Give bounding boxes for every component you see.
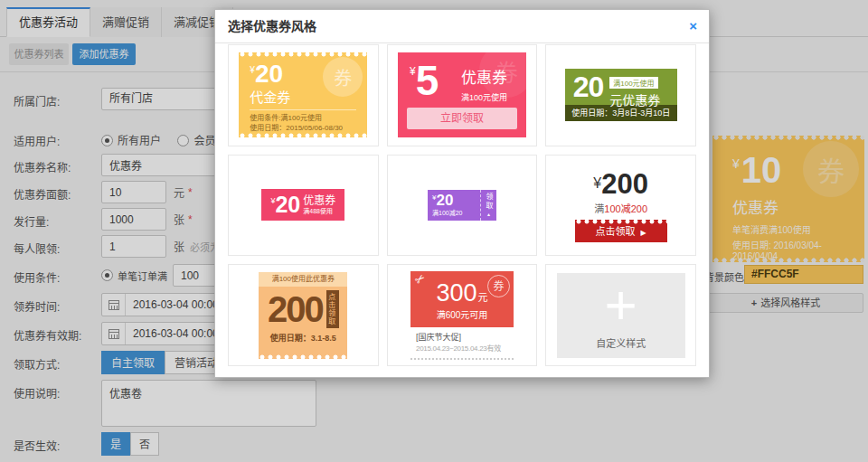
custom-style-card[interactable]: + 自定义样式 [545,264,696,366]
coupon-small-pink: ¥20 优惠券 满488使用 [261,189,344,221]
quan-badge-icon: 券 [487,275,510,297]
coupon-date: 2015.04.23~2015.04.23有效 [416,343,508,353]
claim-label: 点击领取 [596,226,636,237]
coupon-style-modal: 选择优惠券风格 × 券 ¥20 代金券 使用条件:满100元使用 使用日期：20… [214,9,710,378]
style-card-red[interactable]: ✂ 券 300元 满600元可用 [国庆节大促] 2015.04.23~2015… [387,264,538,366]
coupon-purple: ¥20 满100减20 领取 ▲ [428,190,496,221]
click-claim-label: 点击领取 [326,290,339,328]
coupon-amount: 20 [573,69,604,105]
coupon-condition: 满100元使用 [609,77,657,89]
coupon-name: 优惠券 [461,65,507,88]
coupon-condition: 满 [594,203,604,214]
coupon-promo-tag: [国庆节大促] [416,331,508,343]
style-card-yellow[interactable]: 券 ¥20 代金券 使用条件:满100元使用 使用日期：2015/05/06-0… [228,44,379,146]
style-card-small-pink[interactable]: ¥20 优惠券 满488使用 [228,155,379,257]
coupon-amount: 200 [601,168,648,200]
modal-title: 选择优惠券风格 [215,10,709,43]
coupon-condition-value: 100减200 [604,203,647,214]
currency-symbol: ¥ [593,175,601,191]
style-card-green[interactable]: 20 满100元使用 元优惠券 使用日期：3月8日-3月10日 [545,44,696,146]
coupon-condition: 满100使用此优惠券 [259,272,347,287]
perforation [575,220,667,224]
custom-style-label: 自定义样式 [557,335,685,350]
app-screen: 优惠券活动 满赠促销 满减促销 优惠券列表 添加优惠券 所属门店: 所有门店 适… [0,0,868,462]
coupon-red: ✂ 券 300元 满600元可用 [国庆节大促] 2015.04.23~2015… [410,271,514,360]
coupon-amount: 20 [275,192,300,217]
coupon-amount: 200 [268,288,323,331]
coupon-date: 使用日期：3.1-8.5 [259,332,347,344]
perforation [259,354,347,359]
coupon-condition: 满100减20 [432,208,480,217]
close-icon[interactable]: × [689,18,697,34]
claim-now-button: 立即领取 [407,108,517,129]
claim-label: 领取 [484,193,494,211]
coupon-unit: 元 [478,292,488,303]
style-card-purple[interactable]: ¥20 满100减20 领取 ▲ [387,155,538,257]
coupon-white-red: ¥200 满100减200 点击领取▶ [575,168,667,242]
divider [250,109,356,110]
currency-symbol: ¥ [410,65,416,78]
arrow-right-icon: ▶ [641,229,646,237]
style-card-white-red[interactable]: ¥200 满100减200 点击领取▶ [545,155,696,257]
coupon-pink: 券 ¥5 优惠券 满100元使用 立即领取 [398,52,526,137]
coupon-yellow: 券 ¥20 代金券 使用条件:满100元使用 使用日期：2015/05/06-0… [239,52,367,137]
coupon-condition: 满488使用 [303,207,335,215]
coupon-date: 使用日期：2015/05/06-08/30 [250,123,356,133]
click-claim-button: 点击领取▶ [575,220,667,242]
coupon-condition: 使用条件:满100元使用 [250,113,356,123]
perforation [239,133,367,137]
coupon-amount: 20 [255,60,283,88]
coupon-amount: 20 [436,192,453,209]
coupon-peach: 满100使用此优惠券 200 点击领取 使用日期：3.1-8.5 [259,272,347,359]
coupon-condition: 满600元可用 [410,307,514,321]
coupon-green: 20 满100元使用 元优惠券 使用日期：3月8日-3月10日 [565,69,677,121]
perforation [239,52,367,57]
coupon-name: 优惠券 [303,195,335,207]
coupon-condition: 满100元使用 [461,91,507,103]
style-card-pink[interactable]: 券 ¥5 优惠券 满100元使用 立即领取 [387,44,538,146]
coupon-custom: + 自定义样式 [557,273,685,358]
coupon-amount: 300 [436,279,476,306]
coupon-style-grid: 券 ¥20 代金券 使用条件:满100元使用 使用日期：2015/05/06-0… [228,44,696,366]
coupon-date: 使用日期：3月8日-3月10日 [565,105,677,121]
style-card-peach[interactable]: 满100使用此优惠券 200 点击领取 使用日期：3.1-8.5 [228,264,379,366]
arrow-up-icon: ▲ [486,212,491,217]
coupon-amount: 5 [416,57,439,104]
plus-icon: + [557,275,685,335]
quan-badge-icon: 券 [323,57,363,97]
